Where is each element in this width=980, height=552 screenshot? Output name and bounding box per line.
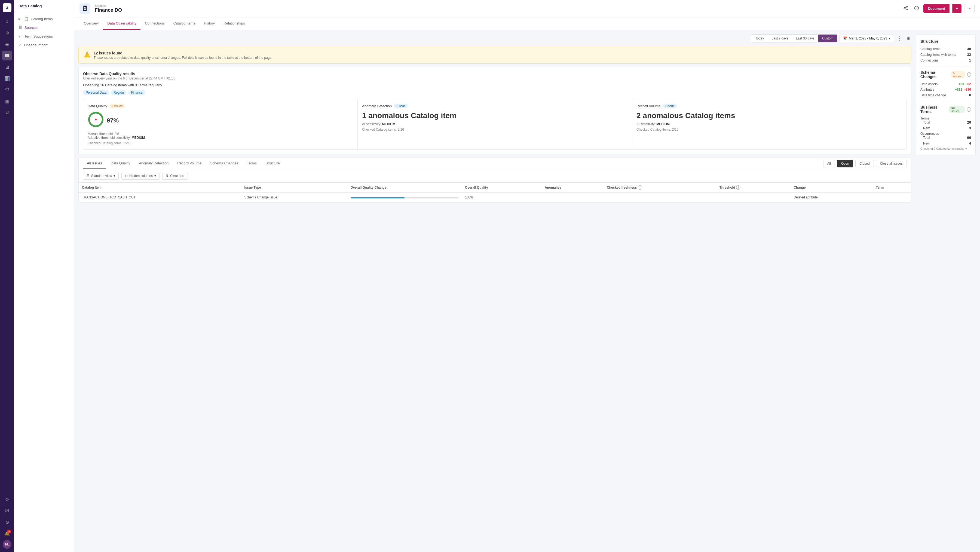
cell-issue-type: Schema Change issue xyxy=(241,193,347,202)
standard-view-button[interactable]: ☰ Standard view ▾ xyxy=(83,172,119,180)
alert-title: 12 issues found xyxy=(94,51,272,55)
tab-connections[interactable]: Connections xyxy=(140,17,169,30)
structure-catalog-items-label: Catalog items xyxy=(920,47,940,51)
sidebar-item-term-suggestions[interactable]: 🏷 Term Suggestions xyxy=(14,32,74,41)
terms-new-row: New 3 xyxy=(920,126,971,130)
nav-data-icon[interactable]: ⊙ xyxy=(2,517,12,527)
share-button[interactable] xyxy=(902,4,910,13)
sidebar-item-lineage-import[interactable]: ↗ Lineage Import xyxy=(14,41,74,49)
th-anomalies[interactable]: Anomalies xyxy=(541,183,603,193)
th-catalog-item[interactable]: Catalog Item xyxy=(79,183,241,193)
structure-connections-value: 1 xyxy=(969,58,971,62)
issue-tab-schema-changes[interactable]: Schema Changes xyxy=(206,158,242,169)
schema-data-assets-negative: -62 xyxy=(966,82,971,86)
hidden-columns-button[interactable]: ⊟ Hidden columns ▾ xyxy=(121,172,159,180)
date-range-picker[interactable]: 📅 Mar 1, 2023 - May 6, 2023 ▾ xyxy=(840,35,894,42)
threshold-info-icon[interactable]: i xyxy=(736,185,740,190)
nav-bell-icon[interactable]: 🔔 3 xyxy=(2,528,12,538)
sidebar-item-sources[interactable]: 🗄 Sources xyxy=(14,23,74,32)
issues-tabs-right: All Open Closed Close all issues xyxy=(823,160,907,167)
record-volume-card-info: Checked Catalog items: 2/16 xyxy=(636,128,902,132)
sources-icon: 🗄 xyxy=(19,25,22,30)
clear-sort-label: Clear sort xyxy=(170,174,184,178)
clear-sort-button[interactable]: ⇅ Clear sort xyxy=(162,172,188,180)
terms-new-label: New xyxy=(920,126,930,130)
tab-history[interactable]: History xyxy=(200,17,219,30)
user-avatar[interactable]: NL xyxy=(3,540,11,549)
document-button[interactable]: Document xyxy=(923,4,950,13)
app-logo[interactable]: a xyxy=(3,3,11,12)
filter-7days[interactable]: Last 7 days xyxy=(768,35,792,42)
schema-info-icon[interactable]: i xyxy=(967,72,971,77)
quality-percentage: 97% xyxy=(107,117,119,124)
close-all-issues-button[interactable]: Close all issues xyxy=(876,160,907,167)
tab-overview[interactable]: Overview xyxy=(80,17,103,30)
schema-type-change-value: 0 xyxy=(969,93,971,97)
occurrences-new-label: New xyxy=(920,142,930,145)
cell-catalog-item: TRANSACTIONS_TCD_CASH_OUT xyxy=(79,193,241,202)
help-button[interactable] xyxy=(913,4,921,13)
column-settings-button[interactable]: ⚙ xyxy=(905,35,912,42)
nav-grid-icon[interactable]: ⊞ xyxy=(2,62,12,72)
nav-home-icon[interactable]: ⌂ xyxy=(2,16,12,26)
freshness-info-icon[interactable]: i xyxy=(638,185,642,190)
nav-book-icon[interactable]: 📖 xyxy=(2,51,12,60)
cell-threshold xyxy=(716,193,791,202)
issue-tab-all[interactable]: All Issues xyxy=(83,158,106,169)
icon-bar: a ⌂ ⊕ ◉ 📖 ⊞ 📊 🛡 ▦ 🖥 ⚙ ☑ ⊙ 🔔 3 NL xyxy=(0,0,14,552)
structure-catalog-terms-value: 32 xyxy=(967,52,971,57)
issue-tab-structure[interactable]: Structure xyxy=(262,158,284,169)
nav-bar-chart-icon[interactable]: ▦ xyxy=(2,96,12,106)
anomaly-card-details: AI sensitivity: MEDIUM xyxy=(362,122,627,126)
business-terms-badge: No issues xyxy=(949,106,965,113)
nav-search-icon[interactable]: ⊕ xyxy=(2,28,12,38)
th-change[interactable]: Change xyxy=(791,183,873,193)
nav-settings-icon[interactable]: ⚙ xyxy=(2,494,12,504)
nav-monitor-icon[interactable]: 🖥 xyxy=(2,108,12,118)
status-closed-button[interactable]: Closed xyxy=(855,160,873,167)
th-overall-quality[interactable]: Overall Quality xyxy=(462,183,541,193)
document-dropdown-button[interactable]: ▼ xyxy=(952,4,961,13)
tag-finance[interactable]: Finance xyxy=(128,90,145,95)
content-area: Today Last 7 days Last 30 days Custom 📅 … xyxy=(74,30,980,552)
filter-30days[interactable]: Last 30 days xyxy=(792,35,818,42)
nav-shield-icon[interactable]: 🛡 xyxy=(2,85,12,95)
cell-overall-quality-change xyxy=(347,193,462,202)
issue-tab-anomaly[interactable]: Anomaly Detection xyxy=(135,158,172,169)
issue-tab-data-quality[interactable]: Data Quality xyxy=(107,158,134,169)
th-checked-freshness[interactable]: Checked freshness i xyxy=(603,183,716,193)
issue-tab-record-volume[interactable]: Record Volume xyxy=(173,158,205,169)
nav-chart-icon[interactable]: ◉ xyxy=(2,39,12,49)
sidebar-item-catalog-items[interactable]: ▶ 📋 Catalog Items xyxy=(14,14,74,23)
th-threshold[interactable]: Threshold i xyxy=(716,183,791,193)
tag-personal-data[interactable]: Personal Data xyxy=(83,90,109,95)
nav-analytics-icon[interactable]: 📊 xyxy=(2,73,12,83)
tag-region[interactable]: Region xyxy=(111,90,127,95)
filter-today[interactable]: Today xyxy=(751,35,768,42)
right-panel: Structure Catalog items 38 Catalog items… xyxy=(916,34,976,155)
anomaly-detection-card: Anomaly Detection 1 issue 1 anomalous Ca… xyxy=(358,99,632,150)
nav-tabs: Overview Data Observability Connections … xyxy=(74,17,980,30)
filter-options-button[interactable]: ⋮ xyxy=(896,34,903,43)
th-issue-type[interactable]: Issue Type xyxy=(241,183,347,193)
issue-tab-terms[interactable]: Terms xyxy=(243,158,261,169)
anomaly-card-info: Checked Catalog items: 2/16 xyxy=(362,128,627,132)
status-open-button[interactable]: Open xyxy=(837,160,853,167)
tab-catalog-items[interactable]: Catalog Items xyxy=(169,17,200,30)
th-term[interactable]: Term xyxy=(873,183,911,193)
more-options-button[interactable]: ⋯ xyxy=(964,4,975,13)
business-terms-header: Business Terms No issues i xyxy=(920,105,971,114)
lineage-import-icon: ↗ xyxy=(19,43,22,47)
nav-checkbox-icon[interactable]: ☑ xyxy=(2,506,12,515)
calendar-icon: 📅 xyxy=(843,37,847,40)
occurrences-total-value: 96 xyxy=(967,135,971,140)
filter-custom[interactable]: Custom xyxy=(818,35,837,42)
th-overall-quality-change[interactable]: Overall Quality Change xyxy=(347,183,462,193)
tab-data-observability[interactable]: Data Observability xyxy=(103,17,140,30)
page-title: Finance DO xyxy=(95,7,122,13)
data-quality-card-title: Data Quality xyxy=(88,104,107,108)
status-all-button[interactable]: All xyxy=(823,160,835,167)
business-terms-info-icon[interactable]: i xyxy=(967,107,971,111)
tab-relationships[interactable]: Relationships xyxy=(219,17,249,30)
schema-attributes-label: Attributes xyxy=(920,87,934,91)
